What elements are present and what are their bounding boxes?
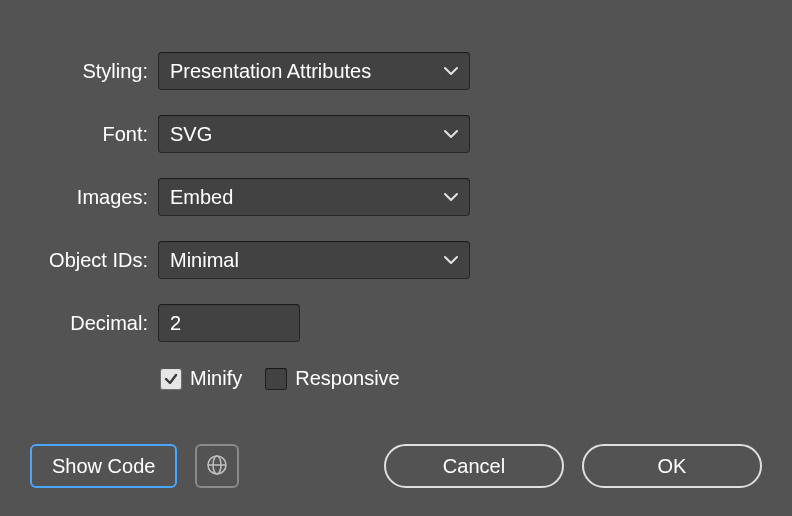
select-images[interactable]: Embed [158, 178, 470, 216]
button-bar: Show Code Cancel OK [0, 444, 792, 488]
checkbox-row: Minify Responsive [160, 367, 792, 390]
label-images: Images: [0, 186, 158, 209]
globe-icon [205, 453, 229, 480]
checkbox-responsive-label: Responsive [295, 367, 400, 390]
label-font: Font: [0, 123, 158, 146]
input-decimal[interactable] [158, 304, 300, 342]
checkbox-minify-label: Minify [190, 367, 242, 390]
row-font: Font: SVG [0, 115, 792, 153]
checkbox-responsive-box [265, 368, 287, 390]
select-styling[interactable]: Presentation Attributes [158, 52, 470, 90]
checkbox-minify[interactable]: Minify [160, 367, 242, 390]
row-object-ids: Object IDs: Minimal [0, 241, 792, 279]
checkbox-minify-box [160, 368, 182, 390]
label-object-ids: Object IDs: [0, 249, 158, 272]
row-images: Images: Embed [0, 178, 792, 216]
select-object-ids-value: Minimal [170, 249, 239, 272]
row-decimal: Decimal: [0, 304, 792, 342]
chevron-down-icon [444, 192, 458, 202]
select-font[interactable]: SVG [158, 115, 470, 153]
cancel-button[interactable]: Cancel [384, 444, 564, 488]
select-images-value: Embed [170, 186, 233, 209]
row-styling: Styling: Presentation Attributes [0, 52, 792, 90]
ok-button[interactable]: OK [582, 444, 762, 488]
chevron-down-icon [444, 255, 458, 265]
web-preview-button[interactable] [195, 444, 239, 488]
chevron-down-icon [444, 66, 458, 76]
label-styling: Styling: [0, 60, 158, 83]
select-font-value: SVG [170, 123, 212, 146]
select-object-ids[interactable]: Minimal [158, 241, 470, 279]
chevron-down-icon [444, 129, 458, 139]
checkbox-responsive[interactable]: Responsive [265, 367, 400, 390]
show-code-button[interactable]: Show Code [30, 444, 177, 488]
svg-options-form: Styling: Presentation Attributes Font: S… [0, 0, 792, 390]
label-decimal: Decimal: [0, 312, 158, 335]
select-styling-value: Presentation Attributes [170, 60, 371, 83]
